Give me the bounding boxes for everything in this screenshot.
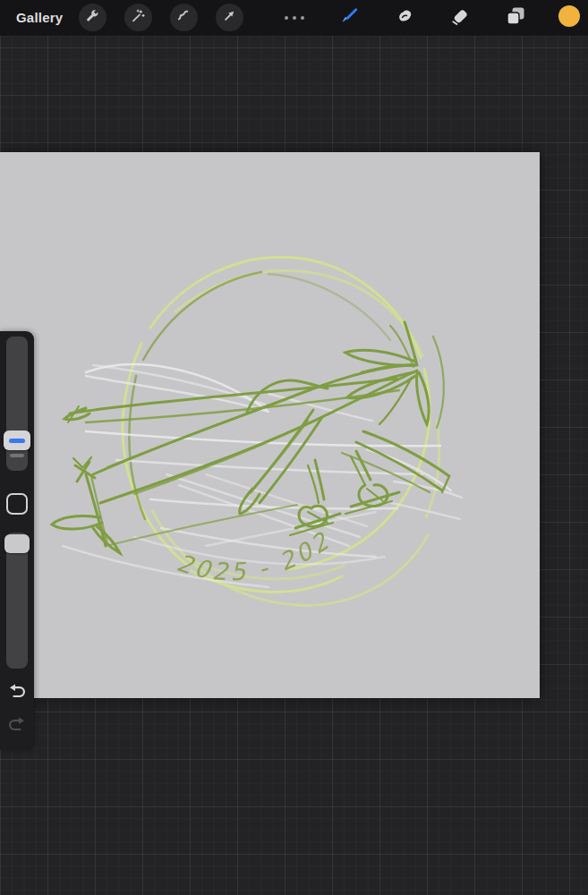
brush-sidebar (0, 331, 34, 750)
smudge-tool-button[interactable] (393, 6, 416, 30)
transform-arrow-icon (221, 7, 238, 28)
undo-icon (5, 690, 29, 705)
redo-button[interactable] (5, 712, 29, 736)
paint-brush-icon (338, 5, 361, 31)
actions-button[interactable] (79, 4, 107, 31)
smudge-icon (394, 5, 415, 30)
procreate-screen: 2025 - 202 Gallery (0, 0, 588, 895)
paint-tool-button[interactable] (337, 6, 361, 30)
white-sketch-strokes (63, 364, 462, 587)
airplane-sketch: 2025 - 202 (0, 152, 540, 698)
brush-size-handle[interactable] (4, 430, 30, 450)
adjustments-button[interactable] (124, 4, 152, 31)
eraser-icon (449, 5, 472, 31)
selection-s-icon (175, 7, 192, 28)
gallery-button[interactable]: Gallery (16, 0, 63, 36)
redo-icon (5, 723, 29, 738)
layers-button[interactable] (503, 5, 528, 30)
brush-size-slider[interactable] (6, 337, 28, 471)
drawing-canvas[interactable]: 2025 - 202 (0, 152, 540, 698)
transform-button[interactable] (216, 4, 243, 31)
magic-wand-icon (130, 7, 147, 28)
wrench-icon (84, 7, 101, 28)
ellipsis-icon (283, 10, 306, 26)
opacity-handle[interactable] (4, 534, 30, 553)
brush-size-accent (9, 439, 25, 443)
canvas-options-button[interactable] (281, 7, 308, 29)
top-toolbar: Gallery (0, 0, 588, 36)
layers-icon (504, 4, 527, 31)
brush-size-previous-marker (10, 454, 24, 457)
color-swatch (558, 4, 581, 31)
erase-tool-button[interactable] (448, 6, 472, 30)
undo-button[interactable] (5, 679, 29, 703)
color-button[interactable] (558, 6, 581, 30)
modify-button[interactable] (6, 493, 28, 515)
selection-button[interactable] (170, 4, 198, 31)
